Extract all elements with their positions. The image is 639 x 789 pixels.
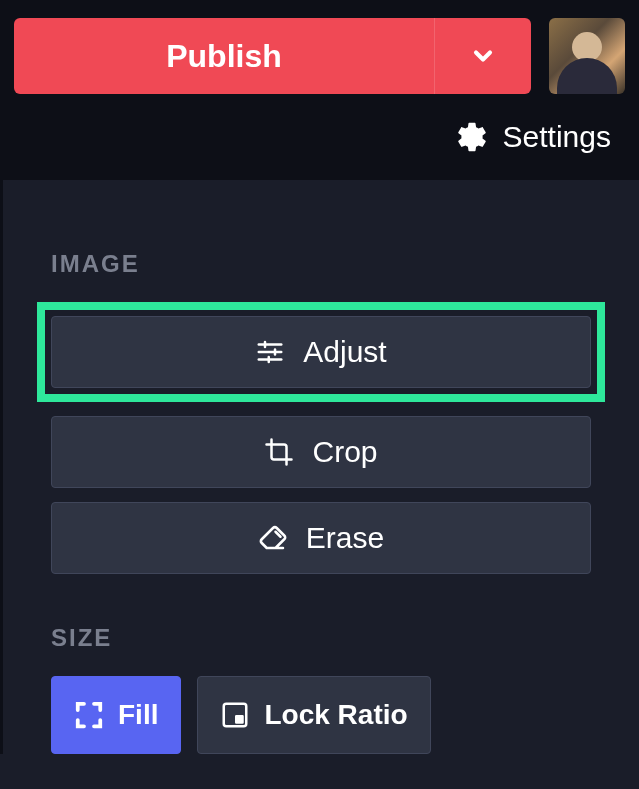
size-section: SIZE Fill Lock Ratio — [51, 624, 591, 754]
image-section-title: IMAGE — [51, 250, 591, 278]
gear-icon[interactable] — [455, 120, 489, 154]
publish-button[interactable]: Publish — [14, 18, 435, 94]
crop-label: Crop — [312, 435, 377, 469]
fill-icon — [74, 700, 104, 730]
settings-link[interactable]: Settings — [503, 120, 611, 154]
svg-rect-8 — [237, 716, 243, 722]
publish-label: Publish — [166, 38, 282, 75]
crop-button[interactable]: Crop — [51, 416, 591, 488]
chevron-down-icon — [469, 42, 497, 70]
publish-dropdown[interactable] — [435, 18, 531, 94]
settings-row: Settings — [0, 112, 639, 180]
side-panel: IMAGE Adjust Crop Erase SIZE — [0, 180, 639, 754]
erase-label: Erase — [306, 521, 384, 555]
lock-ratio-icon — [220, 700, 250, 730]
user-avatar[interactable] — [549, 18, 625, 94]
size-row: Fill Lock Ratio — [51, 676, 591, 754]
publish-group: Publish — [14, 18, 531, 94]
erase-button[interactable]: Erase — [51, 502, 591, 574]
erase-icon — [258, 523, 288, 553]
lock-ratio-button[interactable]: Lock Ratio — [197, 676, 430, 754]
adjust-button[interactable]: Adjust — [51, 316, 591, 388]
size-section-title: SIZE — [51, 624, 591, 652]
topbar: Publish — [0, 0, 639, 112]
fill-button[interactable]: Fill — [51, 676, 181, 754]
crop-icon — [264, 437, 294, 467]
adjust-label: Adjust — [303, 335, 386, 369]
fill-label: Fill — [118, 699, 158, 731]
lock-ratio-label: Lock Ratio — [264, 699, 407, 731]
adjust-highlight: Adjust — [37, 302, 605, 402]
adjust-icon — [255, 337, 285, 367]
